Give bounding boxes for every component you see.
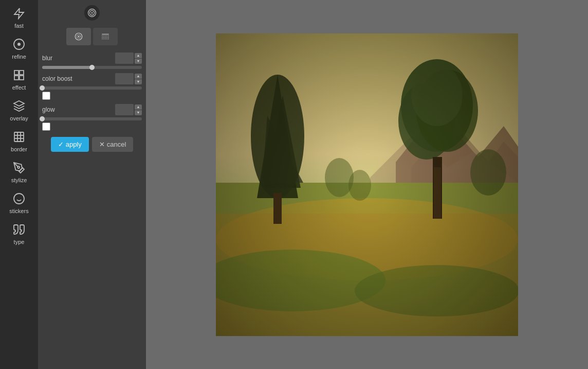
- radial-icon: [74, 32, 83, 41]
- sidebar-item-refine[interactable]: refine: [0, 33, 38, 64]
- glow-label: glow: [42, 106, 55, 113]
- park-scene-svg: [216, 33, 518, 336]
- sidebar-item-label: type: [14, 239, 25, 245]
- svg-rect-80: [216, 33, 518, 336]
- sidebar-item-label: border: [11, 146, 27, 152]
- effect-panel: blur 50 ▲ ▼ color boost 0 ▲ ▼: [38, 0, 146, 369]
- glow-value[interactable]: 0: [115, 104, 134, 115]
- svg-rect-5: [20, 76, 24, 80]
- svg-rect-4: [14, 76, 19, 80]
- sidebar-item-fast[interactable]: fast: [0, 2, 38, 33]
- panel-top-icon: [84, 5, 100, 21]
- blur-input-group: 50 ▲ ▼: [115, 52, 142, 64]
- sidebar-item-type[interactable]: type: [0, 218, 38, 249]
- cancel-button[interactable]: ✕ cancel: [92, 137, 134, 152]
- main-canvas-area: [146, 0, 588, 369]
- svg-point-12: [17, 166, 20, 168]
- color-boost-slider[interactable]: [42, 86, 142, 90]
- svg-rect-7: [14, 132, 24, 142]
- blur-slider-fill: [42, 66, 92, 69]
- blur-slider-thumb: [89, 65, 95, 70]
- layers-icon: [12, 99, 26, 113]
- smile-icon: [12, 191, 26, 206]
- svg-marker-6: [14, 101, 24, 106]
- svg-point-21: [78, 36, 80, 38]
- sidebar-item-effect[interactable]: effect: [0, 64, 38, 95]
- apply-button[interactable]: ✓ apply: [51, 137, 89, 152]
- linear-icon: [101, 32, 110, 41]
- circle-dot-icon: [12, 37, 26, 51]
- blur-value[interactable]: 50: [115, 52, 134, 64]
- sidebar-item-stickers[interactable]: stickers: [0, 187, 38, 218]
- blur-label: blur: [42, 55, 52, 62]
- svg-rect-3: [20, 71, 24, 75]
- apply-checkmark: ✓: [58, 140, 64, 148]
- sidebar-item-label: refine: [12, 54, 26, 60]
- glow-spinner: ▲ ▼: [135, 104, 142, 115]
- svg-point-13: [14, 194, 24, 204]
- sidebar: fast refine effect overlay border styliz…: [0, 0, 38, 369]
- svg-rect-2: [14, 71, 19, 75]
- glow-slider-thumb: [40, 116, 45, 121]
- lightning-icon: [12, 6, 26, 21]
- quote-icon: [12, 222, 26, 237]
- color-boost-spinner: ▲ ▼: [135, 74, 142, 84]
- blur-down[interactable]: ▼: [135, 59, 142, 64]
- panel-tabs: [42, 28, 142, 45]
- tab-radial[interactable]: [66, 28, 91, 45]
- sidebar-item-label: stylize: [11, 177, 27, 183]
- cancel-label: cancel: [107, 140, 126, 148]
- sidebar-item-label: fast: [14, 23, 24, 29]
- color-boost-up[interactable]: ▲: [135, 74, 142, 79]
- sidebar-item-label: effect: [12, 84, 26, 91]
- color-boost-value[interactable]: 0: [115, 73, 134, 84]
- glow-input-group: 0 ▲ ▼: [115, 104, 142, 115]
- color-boost-label: color boost: [42, 75, 72, 82]
- sidebar-item-overlay[interactable]: overlay: [0, 95, 38, 126]
- blur-up[interactable]: ▲: [135, 53, 142, 58]
- glow-up[interactable]: ▲: [135, 104, 142, 110]
- blur-spinner: ▲ ▼: [135, 53, 142, 64]
- color-boost-input-group: 0 ▲ ▼: [115, 73, 142, 84]
- color-boost-slider-thumb: [40, 85, 45, 91]
- glow-control: glow 0 ▲ ▼: [42, 104, 142, 131]
- target-icon: [87, 8, 97, 17]
- cancel-x: ✕: [99, 140, 105, 148]
- glow-slider[interactable]: [42, 117, 142, 120]
- color-boost-control: color boost 0 ▲ ▼: [42, 73, 142, 100]
- apply-label: apply: [66, 140, 82, 148]
- pen-icon: [12, 161, 26, 175]
- sidebar-item-label: stickers: [9, 208, 28, 214]
- svg-point-18: [91, 12, 93, 14]
- tab-linear[interactable]: [93, 28, 118, 45]
- squares-icon: [12, 68, 26, 82]
- canvas-image[interactable]: [216, 33, 518, 336]
- border-icon: [12, 130, 26, 144]
- glow-swatch[interactable]: [42, 122, 50, 131]
- svg-point-1: [17, 43, 21, 46]
- color-boost-swatch[interactable]: [42, 92, 50, 100]
- color-boost-down[interactable]: ▼: [135, 79, 142, 84]
- sidebar-item-border[interactable]: border: [0, 126, 38, 156]
- blur-slider[interactable]: [42, 66, 142, 69]
- blur-control: blur 50 ▲ ▼: [42, 52, 142, 69]
- glow-down[interactable]: ▼: [135, 110, 142, 115]
- action-buttons: ✓ apply ✕ cancel: [42, 137, 142, 152]
- sidebar-item-stylize[interactable]: stylize: [0, 156, 38, 187]
- sidebar-item-label: overlay: [10, 115, 28, 121]
